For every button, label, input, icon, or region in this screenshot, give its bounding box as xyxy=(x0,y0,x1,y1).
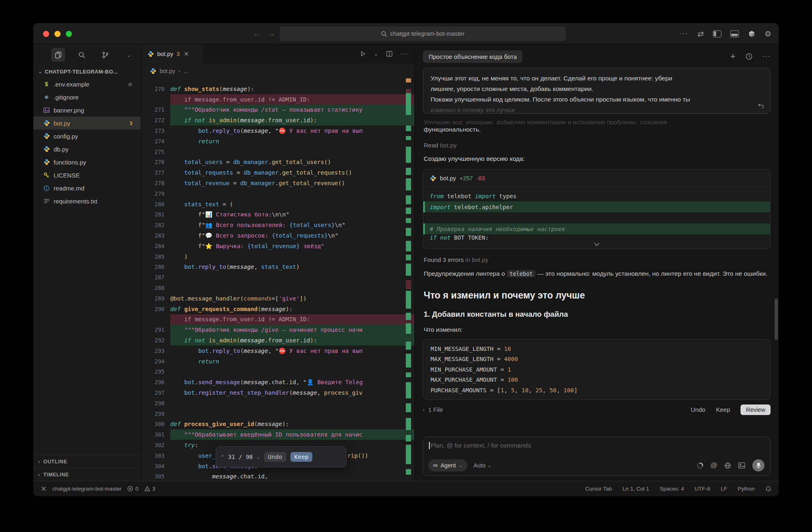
file-item-requirements.txt[interactable]: requirements.txt xyxy=(33,195,141,208)
more-icon[interactable]: ··· xyxy=(679,30,689,38)
remote-indicator-icon[interactable] xyxy=(41,486,47,492)
undo-all-button[interactable]: Undo xyxy=(691,406,706,413)
keep-all-button[interactable]: Keep xyxy=(716,406,730,413)
python-file-icon xyxy=(43,120,50,126)
diff-overview-ruler[interactable] xyxy=(406,78,411,481)
expand-diff-icon[interactable] xyxy=(423,242,770,249)
prev-change-icon[interactable]: ⌃ xyxy=(221,454,224,460)
panel-left-icon[interactable] xyxy=(713,30,721,37)
file-item-functions.py[interactable]: functions.py xyxy=(33,156,141,169)
code-line: 305 message.chat.id, xyxy=(141,471,414,481)
language-mode[interactable]: Python xyxy=(738,486,755,492)
attach-image-icon[interactable] xyxy=(738,462,745,469)
indent-setting[interactable]: Spaces: 4 xyxy=(660,486,684,492)
history-clock-icon[interactable] xyxy=(745,53,753,60)
outline-section[interactable]: › OUTLINE xyxy=(33,455,141,468)
search-panel-icon[interactable] xyxy=(75,48,89,62)
agent-mode-selector[interactable]: ∞ Agent ⌄ xyxy=(428,459,468,471)
minimize-traffic-light[interactable] xyxy=(54,31,61,37)
user-message-card[interactable]: Улучши этот код, не меняя то, что он дел… xyxy=(423,68,771,114)
line-number: 274 xyxy=(141,138,170,145)
file-item-db.py[interactable]: db.py xyxy=(33,143,141,156)
diff-ruler-mark xyxy=(406,372,411,377)
lines-added-count: +257 xyxy=(460,175,473,182)
chat-more-icon[interactable]: ··· xyxy=(762,53,771,60)
restore-checkpoint-icon[interactable] xyxy=(758,102,764,109)
chevron-down-icon[interactable]: ⌄ xyxy=(122,48,136,62)
file-name: readme.md xyxy=(54,185,84,192)
files-icon[interactable] xyxy=(51,48,65,62)
settings-gear-icon[interactable]: ⚙ xyxy=(764,29,771,39)
breadcrumb[interactable]: bot.py › ... xyxy=(141,63,414,78)
cursor-position[interactable]: Ln 1, Col 1 xyxy=(623,486,649,492)
forward-icon[interactable]: → xyxy=(268,29,275,39)
read-file-status[interactable]: Read bot.py xyxy=(424,142,770,149)
file-item-.env.example[interactable]: $.env.example⊘ xyxy=(33,78,141,91)
run-dropdown-icon[interactable]: ⌄ xyxy=(374,51,378,57)
code-snippet-card[interactable]: MIN_MESSAGE_LENGTH = 10MAX_MESSAGE_LENGT… xyxy=(423,339,771,400)
problems-errors[interactable]: 0 xyxy=(127,486,139,492)
file-item-config.py[interactable]: config.py xyxy=(33,130,141,143)
maximize-traffic-light[interactable] xyxy=(66,31,72,37)
diff-ruler-mark xyxy=(406,264,411,276)
panel-bottom-icon[interactable] xyxy=(730,30,739,37)
back-icon[interactable]: ← xyxy=(253,29,260,39)
layout-toggle-icon[interactable]: ⇄ xyxy=(697,29,704,39)
user-message-line: Улучши этот код, не меняя то, что он дел… xyxy=(431,73,763,84)
list-file-icon xyxy=(43,199,50,203)
code-line: 282 f"👥 Всего пользователей: {total_user… xyxy=(141,220,414,230)
source-control-icon[interactable] xyxy=(98,48,112,62)
chat-scrollbar[interactable] xyxy=(775,298,778,340)
eol-setting[interactable]: LF xyxy=(721,486,727,492)
encoding[interactable]: UTF-8 xyxy=(695,486,710,492)
file-item-banner.png[interactable]: banner.png xyxy=(33,104,141,117)
errors-count: Found 3 errors xyxy=(424,256,463,263)
diff-preview-card[interactable]: bot.py +257 -83 from telebot import type… xyxy=(423,169,771,249)
diff-ruler-mark xyxy=(406,354,411,368)
cursor-tab-status[interactable]: Cursor Tab xyxy=(585,486,612,492)
file-item-readme.md[interactable]: readme.md xyxy=(33,182,141,195)
project-root-folder[interactable]: ⌄ CHATGPT-TELEGRAM-BO... xyxy=(33,65,141,78)
diff-review-widget: ⌃ 31 / 98 ⌄ Undo Keep xyxy=(216,446,346,467)
notifications-bell-icon[interactable] xyxy=(765,486,771,492)
web-globe-icon[interactable] xyxy=(724,462,731,469)
tab-botpy[interactable]: bot.py 3 ✕ xyxy=(141,44,204,63)
voice-mic-icon[interactable] xyxy=(752,459,764,471)
model-selector[interactable]: Auto ⌄ xyxy=(473,462,492,469)
file-item-.gitignore[interactable]: .gitignore xyxy=(33,91,141,104)
workspace-name[interactable]: chatgpt-telegram-bot-master xyxy=(52,486,121,492)
review-button[interactable]: Review xyxy=(741,404,771,415)
line-number: 300 xyxy=(141,421,170,427)
close-tab-icon[interactable]: ✕ xyxy=(184,50,189,58)
split-editor-icon[interactable] xyxy=(386,50,393,57)
timeline-section[interactable]: › TIMELINE xyxy=(33,468,141,481)
file-item-LICENSE[interactable]: LICENSE xyxy=(33,169,141,182)
cube-icon[interactable] xyxy=(748,30,756,38)
keep-change-button[interactable]: Keep xyxy=(290,452,313,462)
chat-title[interactable]: Простое объяснение кода бота xyxy=(423,50,522,63)
changed-files-count[interactable]: 1 File xyxy=(428,406,443,413)
problems-warnings[interactable]: 3 xyxy=(144,486,156,492)
inline-code-chip: telebot xyxy=(507,270,536,277)
new-chat-icon[interactable]: + xyxy=(730,51,736,62)
editor-more-icon[interactable]: ··· xyxy=(401,50,409,58)
command-search-bar[interactable]: chatgpt-telegram-bot-master xyxy=(279,26,566,41)
code-line: 295 xyxy=(141,367,414,377)
close-traffic-light[interactable] xyxy=(43,31,49,37)
tab-label: bot.py xyxy=(157,51,173,57)
line-number: 273 xyxy=(141,128,170,134)
chat-input[interactable]: Plan, @ for context, / for commands ∞ Ag… xyxy=(423,437,771,476)
diff-ruler-mark xyxy=(406,136,411,140)
added-code-line: 301 """Обрабатывает введённый ID пользов… xyxy=(141,429,414,440)
subsection-heading: 1. Добавил константы в начало файла xyxy=(424,310,770,319)
file-item-bot.py[interactable]: bot.py3 xyxy=(33,117,141,130)
read-label: Read xyxy=(424,142,438,149)
model-label: Auto xyxy=(473,462,485,469)
run-button-icon[interactable] xyxy=(360,51,366,57)
next-change-icon[interactable]: ⌄ xyxy=(257,454,260,460)
agent-label: Agent xyxy=(440,462,456,469)
chevron-right-icon[interactable]: › xyxy=(423,407,424,413)
mention-icon[interactable]: @ xyxy=(710,461,717,469)
code-editor[interactable]: 270def show_stats(message): if message.f… xyxy=(141,78,414,481)
undo-change-button[interactable]: Undo xyxy=(264,452,286,462)
